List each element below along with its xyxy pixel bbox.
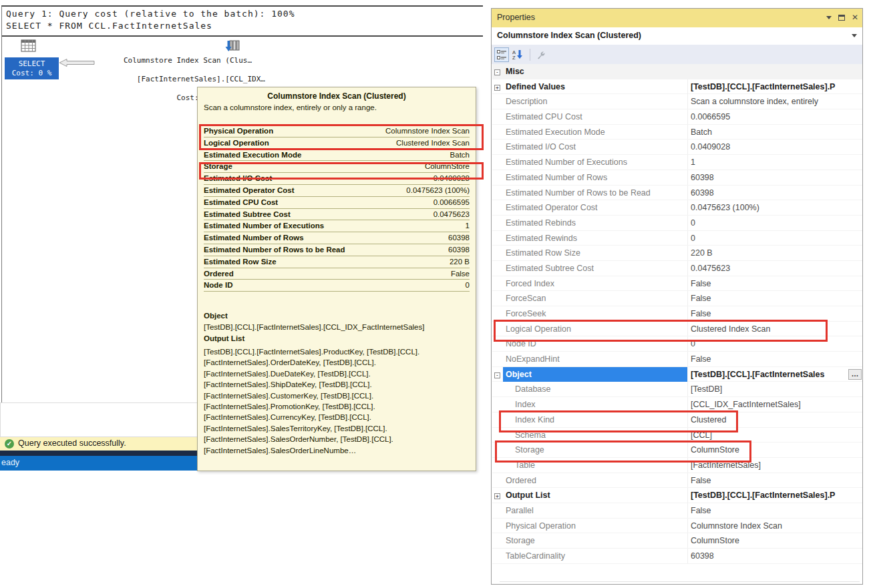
tooltip-row: Estimated Number of Rows 60398 [204, 232, 470, 244]
property-row[interactable]: Database [TestDB]… [492, 382, 862, 397]
property-value-text: [TestDB] [691, 384, 722, 394]
properties-titlebar[interactable]: Properties ✕ [492, 9, 862, 27]
tooltip-row-label: Estimated Number of Rows to be Read [204, 244, 345, 256]
property-value-text: ColumnStore [691, 536, 739, 545]
tooltip-row-value: 0.0475623 [433, 209, 470, 220]
property-row[interactable]: Physical Operation Columnstore Index Sca… [492, 519, 862, 534]
property-label: Forced Index [503, 276, 687, 291]
tooltip-row-value: 0 [466, 280, 470, 291]
property-value-text: 0.0475623 (100%) [691, 203, 759, 212]
property-row[interactable]: Estimated Rebinds 0… [492, 216, 862, 231]
property-label: ForceSeek [503, 306, 687, 321]
property-label: Estimated Subtree Cost [503, 261, 687, 276]
property-value: Clustered Index Scan… [687, 322, 862, 336]
property-row[interactable]: Schema [CCL]… [492, 428, 862, 443]
tooltip-row-value: Columnstore Index Scan [385, 125, 470, 137]
property-pages-wrench-icon[interactable] [534, 47, 548, 62]
property-row[interactable]: Estimated Row Size 220 B… [492, 246, 862, 261]
property-row[interactable]: Estimated CPU Cost 0.0066595… [492, 109, 862, 125]
tooltip-row-label: Estimated CPU Cost [204, 197, 278, 208]
property-label: Estimated Execution Mode [503, 125, 687, 139]
alphabetical-sort-button[interactable]: A Z [510, 47, 525, 62]
query-cost-line: Query 1: Query cost (relative to the bat… [6, 9, 295, 19]
plan-node-select[interactable]: SELECT Cost: 0 % [5, 57, 59, 79]
expand-glyph-icon[interactable]: + [494, 85, 500, 91]
property-label: Object [503, 367, 687, 382]
property-value: 0.0409028… [687, 139, 862, 154]
tooltip-row: Logical Operation Clustered Index Scan [204, 137, 470, 150]
property-row[interactable]: Estimated Subtree Cost 0.0475623… [492, 261, 862, 276]
property-row[interactable]: Parallel False… [492, 503, 862, 519]
tooltip-row-label: Ordered [204, 268, 234, 280]
property-row[interactable]: Estimated Number of Rows to be Read 6039… [492, 186, 862, 201]
operator-tooltip: Columnstore Index Scan (Clustered) Scan … [197, 87, 476, 471]
close-icon[interactable]: ✕ [852, 13, 858, 21]
property-value: [CCL]… [687, 428, 862, 443]
property-value: False… [687, 352, 862, 366]
properties-object-selector[interactable]: Columnstore Index Scan (Clustered) [492, 27, 862, 45]
tooltip-row: Estimated CPU Cost 0.0066595 [204, 197, 470, 209]
property-label: Estimated CPU Cost [503, 109, 687, 124]
property-row[interactable]: ForceSeek False… [492, 306, 862, 322]
property-value: 0.0475623… [687, 261, 862, 276]
property-row[interactable]: Storage ColumnStore… [492, 443, 862, 458]
chevron-down-icon[interactable] [852, 34, 857, 37]
property-row[interactable]: Table [FactInternetSales]… [492, 458, 862, 473]
tooltip-row-value: 60398 [448, 232, 470, 244]
property-value-text: False [691, 506, 711, 515]
property-value: [TestDB].[CCL].[FactInternetSales].P… [687, 79, 862, 95]
property-row[interactable]: NoExpandHint False… [492, 352, 862, 367]
property-row[interactable]: Node ID 0… [492, 336, 862, 352]
property-row[interactable]: Storage ColumnStore… [492, 533, 862, 549]
property-value: [CCL_IDX_FactInternetSales]… [687, 397, 862, 412]
collapse-glyph-icon[interactable]: - [494, 69, 500, 75]
property-value: ColumnStore… [687, 533, 862, 548]
property-row[interactable]: Index Kind Clustered… [492, 412, 862, 428]
property-row[interactable]: Logical Operation Clustered Index Scan… [492, 322, 862, 337]
property-value-text: Scan a columnstore index, entirely [691, 97, 818, 106]
selected-object-name: Columnstore Index Scan (Clustered) [497, 31, 641, 40]
query-result-message: Query executed successfully. [18, 438, 126, 448]
property-label: Description [503, 94, 687, 109]
select-node-cost: Cost: 0 % [5, 69, 59, 78]
tooltip-row: Estimated I/O Cost 0.0409028 [204, 173, 470, 185]
tooltip-row: Storage ColumnStore [204, 161, 470, 173]
ellipsis-button[interactable]: … [848, 369, 862, 380]
screenshot-root: Query 1: Query cost (relative to the bat… [0, 0, 869, 588]
tooltip-output-list-value: [TestDB].[CCL].[FactInternetSales].Produ… [204, 346, 472, 456]
tooltip-row-value: 0.0475623 (100%) [406, 185, 470, 196]
property-value: Batch… [687, 125, 862, 139]
float-window-icon[interactable] [838, 15, 845, 21]
property-row[interactable]: Forced Index False… [492, 276, 862, 292]
property-row[interactable]: Index [CCL_IDX_FactInternetSales]… [492, 397, 862, 412]
expand-glyph-icon[interactable]: - [494, 372, 500, 378]
property-label: Estimated Number of Rows [503, 170, 687, 185]
property-label: Ordered [503, 473, 687, 488]
property-label: Estimated Row Size [503, 246, 687, 260]
property-row[interactable]: Estimated Number of Executions 1… [492, 155, 862, 170]
property-row[interactable]: - Object [TestDB].[CCL].[FactInternetSal… [492, 367, 862, 382]
window-position-menu-icon[interactable] [826, 16, 832, 19]
property-row[interactable]: + Defined Values [TestDB].[CCL].[FactInt… [492, 79, 862, 95]
property-row[interactable]: + Output List [TestDB].[CCL].[FactIntern… [492, 488, 862, 503]
category-row-misc[interactable]: - Misc [492, 64, 862, 79]
property-row[interactable]: ForceScan False… [492, 291, 862, 306]
property-row[interactable]: Ordered False… [492, 473, 862, 489]
categorized-view-button[interactable] [494, 47, 509, 62]
property-row[interactable]: Estimated Rewinds 0… [492, 231, 862, 246]
property-value: 0… [687, 336, 862, 351]
property-row[interactable]: Estimated Execution Mode Batch… [492, 125, 862, 140]
tooltip-row-value: 0.0409028 [433, 173, 470, 184]
property-row[interactable]: TableCardinality 60398… [492, 549, 862, 564]
property-value: 220 B… [687, 246, 862, 260]
property-row[interactable]: Description Scan a columnstore index, en… [492, 94, 862, 109]
property-value: Clustered… [687, 412, 862, 427]
property-row[interactable]: Estimated Number of Rows 60398… [492, 170, 862, 186]
property-label: Schema [503, 428, 687, 443]
property-row[interactable]: Estimated Operator Cost 0.0475623 (100%)… [492, 200, 862, 216]
tooltip-row-value: False [451, 268, 470, 280]
property-row[interactable]: Estimated I/O Cost 0.0409028… [492, 139, 862, 155]
tooltip-row-label: Estimated Subtree Cost [204, 209, 291, 220]
property-value-text: Clustered Index Scan [691, 324, 771, 334]
expand-glyph-icon[interactable]: + [494, 493, 500, 499]
